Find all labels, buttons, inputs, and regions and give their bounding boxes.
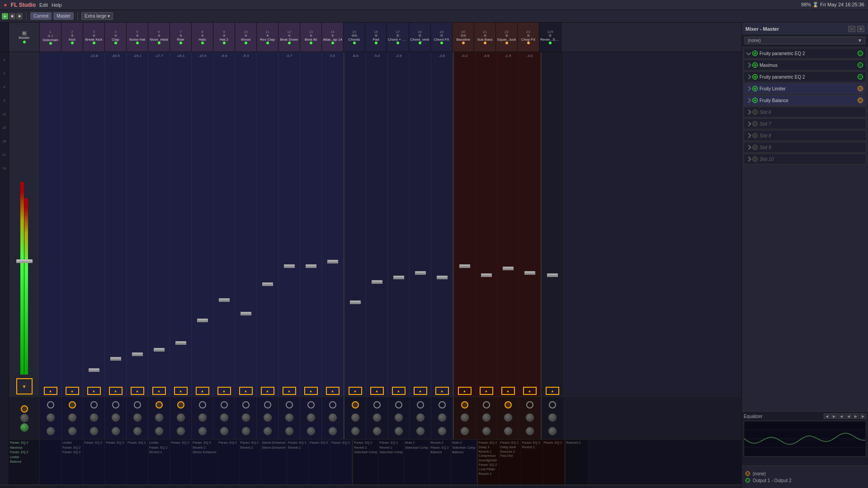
ch5-route[interactable] [134, 401, 141, 408]
ch6-pan[interactable] [155, 413, 163, 422]
panel-btn-minimize[interactable]: − [848, 26, 855, 32]
ch20-send[interactable] [461, 427, 469, 435]
ch7-send[interactable]: ▲ [174, 387, 188, 395]
fx-slot-3[interactable]: ● Fruity parametric EQ 2 [744, 71, 866, 82]
ch5-send[interactable] [133, 427, 142, 435]
ch10-send[interactable]: ▲ [239, 387, 253, 395]
ch10-send[interactable] [242, 427, 250, 435]
ch9-send[interactable] [220, 427, 228, 435]
ch7-header[interactable]: 7 ⊕ Ride [170, 23, 192, 52]
ch17-header[interactable]: 17 ⊞ Chord + Pad [387, 23, 409, 52]
master-send-knob[interactable] [20, 423, 28, 432]
extra-large-button[interactable]: Extra large ▾ [81, 12, 113, 20]
menu-edit[interactable]: Edit [39, 2, 48, 8]
ch6-route[interactable] [156, 401, 163, 408]
ch2-header[interactable]: 2 ⊕ Kick [61, 23, 83, 52]
ch2-route[interactable] [69, 401, 76, 408]
fx-slot-6-power[interactable] [752, 109, 758, 115]
ch2-send[interactable]: ▲ [66, 387, 79, 395]
ch19-header[interactable]: 19 ⊞ Chord FX [431, 23, 453, 52]
ch15-fader[interactable] [350, 300, 361, 304]
fx-slot-4-bypass[interactable] [858, 86, 863, 91]
fx-select-dropdown[interactable]: (none) ▼ [745, 37, 865, 44]
ch7-route[interactable] [177, 401, 184, 408]
ch18-fader[interactable] [415, 271, 426, 275]
ch15-send[interactable]: ▲ [349, 387, 362, 395]
ch13-send[interactable] [307, 427, 315, 435]
ch8-send[interactable] [198, 427, 207, 435]
ch12-route[interactable] [286, 401, 293, 408]
ch8-route[interactable] [199, 401, 206, 408]
fx-slot-7-power[interactable] [752, 121, 758, 127]
ch3-pan[interactable] [90, 413, 98, 422]
ch9-route[interactable] [221, 401, 228, 408]
ch5-send[interactable]: ▲ [131, 387, 144, 395]
ch125-header[interactable]: 125 ⊞ Rever...Send [539, 23, 561, 52]
ch14-pan[interactable] [329, 413, 337, 422]
ch19-pan[interactable] [438, 413, 446, 422]
fx-slot-4[interactable]: ● Fruity Limiter [744, 83, 866, 94]
fx-slot-1-bypass[interactable] [858, 51, 863, 56]
ch12-send[interactable]: ▲ [283, 387, 296, 395]
ch125-send[interactable]: ▲ [546, 387, 559, 395]
ch13-fader[interactable] [306, 264, 316, 268]
ch22-pan[interactable] [504, 413, 512, 422]
ch23-header[interactable]: 23 ⊞ Chop FX [518, 23, 539, 52]
ch15-route[interactable] [352, 401, 359, 408]
ch18-send[interactable] [416, 427, 425, 435]
ch18-send[interactable]: ▲ [414, 387, 427, 395]
ch3-header[interactable]: 3 ⊕ Break Kick [83, 23, 105, 52]
ch23-send[interactable]: ▲ [523, 387, 537, 395]
ch15-send[interactable] [351, 427, 359, 435]
ch18-pan[interactable] [416, 413, 425, 422]
ch8-fader[interactable] [197, 319, 208, 322]
ch3-route[interactable] [90, 401, 98, 408]
ch125-fader[interactable] [547, 273, 558, 277]
ch23-fader[interactable] [524, 271, 535, 275]
tool-icon-1[interactable]: ▶ [2, 13, 8, 19]
ch21-pan[interactable] [482, 413, 491, 422]
ch11-send[interactable]: ▲ [261, 387, 274, 395]
ch5-fader[interactable] [132, 352, 143, 356]
fx-slot-10[interactable]: Slot 10 [744, 154, 866, 164]
fx-slot-5-power[interactable]: ● [752, 98, 758, 103]
ch6-send[interactable]: ▲ [152, 387, 166, 395]
ch17-route[interactable] [395, 401, 402, 408]
fx-slot-7[interactable]: Slot 7 [744, 118, 866, 129]
ch11-pan[interactable] [264, 413, 272, 422]
tool-icon-3[interactable]: ⏺ [16, 13, 23, 19]
ch3-fader[interactable] [89, 368, 99, 372]
ch17-send[interactable] [395, 427, 403, 435]
master-send-square[interactable]: ▼ [16, 378, 33, 394]
menu-help[interactable]: Help [52, 2, 62, 8]
ch19-fader[interactable] [437, 276, 448, 279]
ch20-route[interactable] [461, 401, 468, 408]
ch13-send[interactable]: ▲ [304, 387, 318, 395]
ch4-pan[interactable] [112, 413, 120, 422]
ch10-header[interactable]: 10 ⊕ Wood [235, 23, 257, 52]
ch17-pan[interactable] [395, 413, 403, 422]
ch11-route[interactable] [264, 401, 271, 408]
ch16-header[interactable]: 16 ⊞ Pad [365, 23, 387, 52]
ch16-fader[interactable] [372, 280, 382, 284]
ch21-send[interactable] [482, 427, 491, 435]
ch14-fader[interactable] [327, 260, 338, 263]
ch7-send[interactable] [177, 427, 185, 435]
horizontal-scrollbar[interactable] [0, 484, 741, 488]
ch20-header[interactable]: 20 ⊞⊞ Bassline [453, 23, 474, 52]
ch4-fader[interactable] [110, 357, 121, 361]
ch12-pan[interactable] [285, 413, 293, 422]
eq-btn-4[interactable]: ▶ [860, 413, 866, 419]
eq-btn-2[interactable]: ◀ [845, 413, 852, 419]
tool-icon-2[interactable]: ⏹ [9, 13, 15, 19]
fx-slot-3-power[interactable]: ● [752, 74, 758, 80]
current-button[interactable]: Current [30, 12, 52, 20]
ch17-fader[interactable] [393, 276, 404, 279]
ch13-header[interactable]: 13 ⊕ Beat All [300, 23, 322, 52]
ch11-fader[interactable] [262, 282, 273, 286]
ch22-route[interactable] [505, 401, 512, 408]
ch14-send[interactable] [329, 427, 337, 435]
ch3-send[interactable]: ▲ [87, 387, 101, 395]
ch2-pan[interactable] [68, 413, 76, 422]
ch17-send[interactable]: ▲ [392, 387, 406, 395]
